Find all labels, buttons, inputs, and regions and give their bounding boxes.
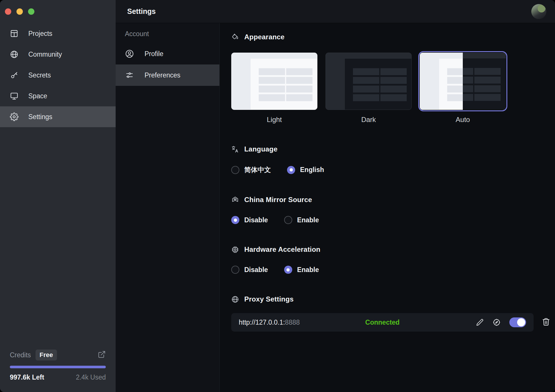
language-option-english[interactable]: English: [287, 165, 324, 174]
plan-badge: Free: [36, 350, 57, 360]
user-avatar[interactable]: [531, 4, 546, 19]
section-title-appearance: Appearance: [244, 33, 284, 41]
proxy-url: http://127.0.0.1:8888: [239, 319, 300, 326]
external-link-icon: [98, 350, 106, 358]
projects-icon: [10, 29, 18, 38]
primary-sidebar: Projects Community Secrets Space: [0, 0, 116, 392]
paint-bucket-icon: [231, 33, 239, 41]
proxy-port: 8888: [285, 319, 300, 326]
preferences-pane: Appearance Light: [220, 23, 555, 392]
radio-selected-icon[interactable]: [287, 166, 295, 174]
user-circle-icon: [125, 49, 134, 58]
zoom-window-button[interactable]: [28, 8, 34, 15]
radio-unselected-icon[interactable]: [284, 216, 292, 224]
credits-remaining: 997.6k Left: [10, 373, 44, 381]
credits-panel: Credits Free 997.6k Left 2.4k Used: [0, 349, 116, 392]
toggle-knob[interactable]: [517, 318, 525, 326]
credits-external-link-button[interactable]: [98, 350, 106, 360]
sidebar-item-label: Settings: [28, 113, 52, 121]
credits-used: 2.4k Used: [76, 373, 106, 381]
window-controls: [0, 0, 116, 23]
credits-progress-bar: [10, 366, 106, 368]
translate-icon: [231, 145, 239, 153]
radio-selected-icon[interactable]: [284, 266, 292, 274]
gear-icon: [10, 112, 18, 121]
edit-pencil-icon[interactable]: [476, 318, 484, 326]
hardware-option-enable[interactable]: Enable: [284, 266, 319, 274]
proxy-toggle[interactable]: [509, 317, 526, 327]
theme-label: Dark: [361, 116, 376, 124]
sidebar-item-community[interactable]: Community: [0, 44, 116, 65]
monitor-icon: [10, 92, 18, 100]
globe-icon: [231, 295, 239, 303]
section-title-language: Language: [244, 145, 278, 153]
language-option-chinese[interactable]: 简体中文: [231, 165, 271, 174]
trash-icon: [542, 317, 550, 326]
hardware-option-disable[interactable]: Disable: [231, 266, 268, 274]
settings-sidebar: Account Profile Preferences: [116, 23, 220, 392]
sidebar-item-label: Community: [28, 51, 62, 58]
language-radio-group: 简体中文 English: [231, 165, 555, 174]
settings-section-label: Account: [116, 29, 219, 38]
tab-profile[interactable]: Profile: [116, 43, 219, 64]
light-theme-preview: [231, 53, 317, 110]
sidebar-nav: Projects Community Secrets Space: [0, 23, 116, 127]
radio-selected-icon[interactable]: [231, 216, 239, 224]
sidebar-item-secrets[interactable]: Secrets: [0, 65, 116, 86]
proxy-entry: http://127.0.0.1:8888 Connected: [231, 313, 534, 332]
title-bar: Settings: [116, 0, 555, 23]
close-window-button[interactable]: [5, 8, 11, 15]
proxy-status-badge: Connected: [365, 319, 400, 326]
dark-theme-preview: [325, 53, 412, 110]
tab-preferences[interactable]: Preferences: [116, 64, 219, 86]
app-window: Projects Community Secrets Space: [0, 0, 555, 392]
theme-option-auto[interactable]: Auto: [420, 53, 506, 124]
theme-label: Light: [267, 116, 282, 124]
theme-label: Auto: [456, 116, 470, 124]
mirror-radio-group: Disable Enable: [231, 216, 555, 224]
sidebar-item-label: Projects: [28, 30, 52, 38]
speed-test-compass-icon[interactable]: [493, 318, 501, 326]
hardware-radio-group: Disable Enable: [231, 266, 555, 274]
credits-label: Credits: [10, 351, 31, 359]
tab-label: Preferences: [145, 71, 180, 79]
sidebar-item-space[interactable]: Space: [0, 86, 116, 106]
theme-selector: Light Dark: [231, 53, 555, 124]
globe-icon: [10, 50, 18, 59]
sidebar-item-label: Space: [28, 92, 47, 100]
cpu-icon: [231, 246, 239, 254]
minimize-window-button[interactable]: [16, 8, 23, 15]
delete-proxy-button[interactable]: [542, 317, 550, 327]
key-icon: [10, 71, 18, 79]
proxy-row: http://127.0.0.1:8888 Connected: [231, 313, 555, 332]
theme-option-dark[interactable]: Dark: [325, 53, 412, 124]
mirror-option-enable[interactable]: Enable: [284, 216, 319, 224]
mirror-source-icon: [231, 196, 239, 204]
sidebar-item-projects[interactable]: Projects: [0, 23, 116, 44]
page-title: Settings: [127, 7, 156, 16]
sidebar-item-settings[interactable]: Settings: [0, 106, 116, 127]
section-title-proxy: Proxy Settings: [244, 295, 294, 303]
section-title-mirror: China Mirror Source: [244, 196, 312, 204]
radio-unselected-icon[interactable]: [231, 166, 239, 174]
theme-option-light[interactable]: Light: [231, 53, 317, 124]
sliders-icon: [125, 71, 134, 80]
sidebar-item-label: Secrets: [28, 71, 51, 79]
mirror-option-disable[interactable]: Disable: [231, 216, 268, 224]
tab-label: Profile: [145, 50, 163, 58]
radio-unselected-icon[interactable]: [231, 266, 239, 274]
section-title-hardware: Hardware Acceleration: [244, 245, 320, 254]
